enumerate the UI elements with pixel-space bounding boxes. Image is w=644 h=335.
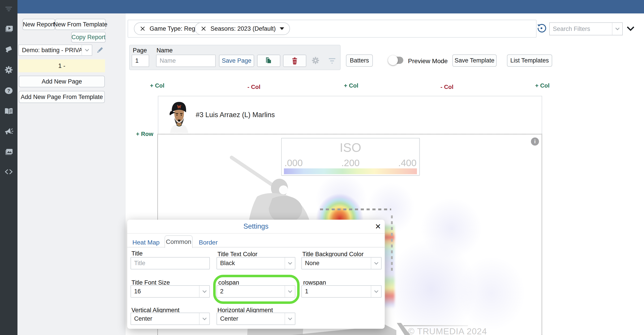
report-select[interactable]: Demo: batting - PRIVATE (brad...	[18, 44, 92, 56]
chevron-down-icon	[199, 286, 209, 297]
page-number-input[interactable]	[132, 55, 149, 67]
page-name-input[interactable]	[156, 55, 216, 67]
add-col-link[interactable]: + Col	[534, 82, 551, 89]
player-card: #3 Luis Arraez (L) Marlins	[158, 96, 542, 134]
remove-filter-icon[interactable]	[140, 26, 146, 32]
page-controls-panel: Page Name Save Page	[129, 45, 340, 70]
chevron-down-icon	[284, 258, 295, 269]
page-label: Page	[133, 47, 147, 54]
batters-button[interactable]: Batters	[346, 54, 373, 67]
trash-icon	[290, 57, 299, 65]
add-row-link[interactable]: + Row	[136, 130, 154, 138]
copy-report-button[interactable]: Copy Report	[71, 32, 106, 42]
edit-pencil-icon[interactable]	[96, 46, 104, 54]
filter-menu-icon[interactable]	[4, 4, 14, 14]
tab-heat-map[interactable]: Heat Map	[130, 239, 162, 246]
rowspan-select[interactable]: 1	[302, 285, 382, 298]
legend-gradient-bar	[284, 168, 417, 174]
video-library-icon[interactable]	[4, 24, 14, 34]
glossary-book-icon[interactable]	[4, 106, 14, 116]
horizontal-alignment-select[interactable]: Center	[216, 312, 295, 325]
new-report-button[interactable]: New Report	[22, 19, 55, 30]
list-templates-button[interactable]: List Templates	[507, 54, 552, 67]
duplicate-page-button[interactable]	[257, 55, 280, 67]
main-content: Game Type: Reg Seasons: 2023 (Default) P…	[126, 14, 644, 335]
remove-col-link[interactable]: - Col	[245, 84, 263, 90]
chevron-down-icon	[82, 45, 92, 55]
title-text-color-label: Title Text Color	[218, 251, 258, 258]
cards-icon[interactable]	[4, 44, 14, 54]
player-name: #3 Luis Arraez (L) Marlins	[196, 96, 275, 134]
legend-tick-min: .000	[284, 158, 303, 168]
search-filters-box	[549, 22, 623, 36]
title-background-color-select[interactable]: None	[302, 257, 382, 270]
chevron-down-icon	[199, 313, 209, 324]
page-filter-icon[interactable]	[327, 56, 337, 66]
help-icon[interactable]: ?	[4, 86, 14, 96]
chevron-down-icon	[371, 258, 381, 269]
page-settings-gear-icon[interactable]	[310, 56, 320, 66]
new-from-template-button[interactable]: New From Template	[55, 19, 106, 30]
tab-common-active[interactable]: Common	[164, 235, 192, 248]
title-background-color-label: Title Background Color	[302, 251, 364, 258]
save-page-button[interactable]: Save Page	[219, 55, 254, 67]
search-filters-input[interactable]	[550, 23, 612, 35]
announcements-megaphone-icon[interactable]	[4, 127, 14, 136]
chevron-down-icon	[280, 27, 284, 30]
chevron-down-icon	[284, 313, 295, 324]
chevron-down-icon	[284, 286, 295, 297]
name-label: Name	[156, 47, 173, 54]
collapse-filters-chevron-icon[interactable]	[625, 24, 636, 33]
add-new-page-button[interactable]: Add New Page	[19, 76, 105, 87]
add-col-link[interactable]: + Col	[342, 82, 360, 89]
heat-column	[384, 224, 394, 308]
title-field-label: Title	[132, 250, 143, 257]
modal-header-divider	[127, 233, 385, 234]
title-font-size-select[interactable]: 16	[130, 285, 210, 298]
info-icon[interactable]: i	[531, 138, 539, 146]
copy-icon	[264, 56, 273, 66]
chevron-down-icon[interactable]	[612, 23, 622, 35]
settings-modal: Settings ✕ Heat Map Common Border Title …	[127, 220, 385, 329]
legend-tick-max: .400	[398, 158, 416, 168]
heatmap-legend: ISO .000 .200 .400	[281, 138, 420, 176]
title-input[interactable]	[130, 257, 210, 270]
preview-mode-label: Preview Mode	[408, 58, 448, 65]
title-text-color-select[interactable]: Black	[216, 257, 295, 270]
player-photo	[166, 97, 192, 134]
history-icon[interactable]	[536, 23, 546, 33]
strike-zone-right-dashes	[391, 216, 393, 273]
strike-zone-top-dashes	[320, 208, 391, 210]
add-col-link[interactable]: + Col	[148, 82, 166, 89]
close-icon[interactable]: ✕	[373, 222, 383, 231]
trumedia-logo-line	[404, 325, 468, 326]
svg-text:?: ?	[7, 88, 10, 94]
top-bar	[18, 0, 644, 14]
preview-mode-toggle-knob[interactable]	[388, 55, 398, 65]
chevron-down-icon	[371, 286, 381, 297]
watermark-text: © TRUMEDIA 2024	[408, 326, 487, 335]
embed-code-icon[interactable]	[4, 167, 14, 177]
save-template-button[interactable]: Save Template	[452, 54, 497, 67]
delete-page-button[interactable]	[283, 55, 306, 67]
app: ? New Report New From Template	[0, 0, 644, 335]
filter-chip-seasons[interactable]: Seasons: 2023 (Default)	[195, 22, 290, 35]
legend-title: ISO	[282, 140, 419, 155]
colspan-select[interactable]: 2	[216, 285, 295, 298]
report-panel: New Report New From Template Copy Report…	[18, 14, 126, 335]
remove-filter-icon[interactable]	[201, 26, 206, 32]
image-gallery-icon[interactable]	[4, 147, 14, 157]
vertical-alignment-select[interactable]: Center	[130, 312, 210, 325]
page-list-item-selected[interactable]: 1 -	[18, 59, 105, 72]
modal-title: Settings	[127, 222, 385, 230]
tab-border[interactable]: Border	[195, 239, 222, 246]
remove-col-link[interactable]: - Col	[438, 84, 456, 90]
settings-gear-icon[interactable]	[4, 65, 14, 75]
add-new-page-from-template-button[interactable]: Add New Page From Template	[19, 91, 105, 103]
icon-sidebar: ?	[0, 0, 18, 335]
legend-tick-mid: .200	[341, 158, 360, 168]
